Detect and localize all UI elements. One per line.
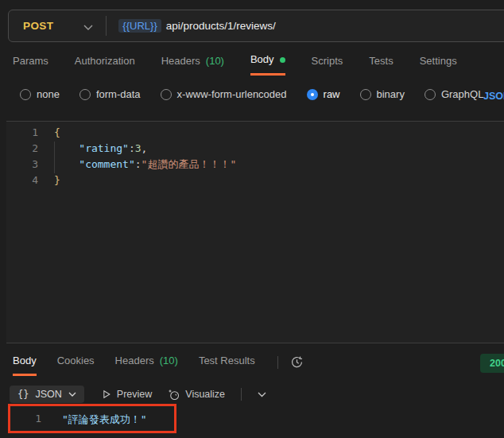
braces-icon: {} [17,389,29,400]
editor-line: 1 { [6,125,504,141]
response-tab-cookies[interactable]: Cookies [57,355,95,374]
response-tab-headers[interactable]: Headers(10) [115,355,178,374]
close-brace: } [54,174,60,186]
line-number: 2 [6,141,38,157]
tab-scripts[interactable]: Scripts [312,53,343,76]
divider [106,16,107,36]
url-variable-chip[interactable]: {{URL}} [118,19,161,33]
request-url-bar: POST {{URL}} api/products/1/reviews/ [8,10,504,42]
open-brace: { [54,126,60,138]
json-value-rating: 3 [135,142,142,154]
tab-settings[interactable]: Settings [420,53,457,76]
response-body-line[interactable]: 1 "評論發表成功！" [6,413,147,427]
chevron-down-icon [68,392,76,397]
url-path[interactable]: api/products/1/reviews/ [166,20,276,32]
status-code-badge: 200 [480,354,504,373]
response-toolbar: {} JSON Preview Visualize [10,386,266,403]
radio-none[interactable]: none [20,88,60,100]
editor-line: 4 } [6,172,504,188]
postman-request-panel: POST {{URL}} api/products/1/reviews/ Par… [0,0,504,438]
request-body-editor[interactable]: 1 { 2 "rating":3, 3 "comment":"超讚的產品！！！"… [6,121,504,343]
chevron-down-icon[interactable] [258,392,266,397]
method-selector[interactable]: POST [9,20,53,32]
radio-binary[interactable]: binary [360,88,405,100]
body-modified-dot [280,57,285,63]
visualize-wand-icon [168,389,180,401]
response-tab-body[interactable]: Body [13,355,37,376]
history-icon[interactable] [290,355,304,369]
tab-body[interactable]: Body [250,53,285,76]
line-number: 1 [6,413,41,427]
radio-graphql[interactable]: GraphQL [425,88,483,100]
json-key-comment: "comment" [79,158,134,170]
line-number: 3 [6,157,38,172]
radio-circle[interactable] [161,89,172,100]
request-tabs: Params Authorization Headers(10) Body Sc… [13,53,457,76]
editor-line: 2 "rating":3, [6,141,504,157]
body-type-selector: none form-data x-www-form-urlencoded raw… [20,88,483,100]
tab-headers[interactable]: Headers(10) [161,53,224,76]
tab-authorization[interactable]: Authorization [75,53,135,76]
json-value-comment: "超讚的產品！！！" [142,158,237,170]
tab-params[interactable]: Params [13,53,48,76]
line-number: 1 [6,125,38,141]
preview-button[interactable]: Preview [100,389,152,400]
response-tab-test-results[interactable]: Test Results [199,355,255,374]
url-input[interactable]: {{URL}} api/products/1/reviews/ [118,19,275,33]
response-body-text: "評論發表成功！" [62,413,147,427]
language-selector-json[interactable]: JSON [483,91,504,102]
play-icon [100,389,111,400]
radio-circle[interactable] [360,89,371,100]
divider [241,388,242,401]
radio-circle[interactable] [425,89,436,100]
response-tabs: Body Cookies Headers(10) Test Results [13,355,304,376]
response-headers-count: (10) [160,355,178,366]
radio-x-www-form-urlencoded[interactable]: x-www-form-urlencoded [161,88,287,100]
headers-count: (10) [206,55,224,67]
line-number: 4 [6,172,38,188]
visualize-button[interactable]: Visualize [168,389,225,401]
radio-form-data[interactable]: form-data [79,88,141,100]
radio-circle-selected[interactable] [307,89,318,100]
indent-guide [54,141,55,173]
json-key-rating: "rating" [79,142,129,154]
response-format-dropdown[interactable]: {} JSON [10,386,84,403]
radio-raw[interactable]: raw [307,88,340,100]
chevron-down-icon[interactable] [83,25,93,30]
divider [277,356,278,369]
radio-circle[interactable] [20,89,31,100]
radio-circle[interactable] [79,89,91,100]
tab-tests[interactable]: Tests [369,53,393,76]
editor-line: 3 "comment":"超讚的產品！！！" [6,157,504,172]
